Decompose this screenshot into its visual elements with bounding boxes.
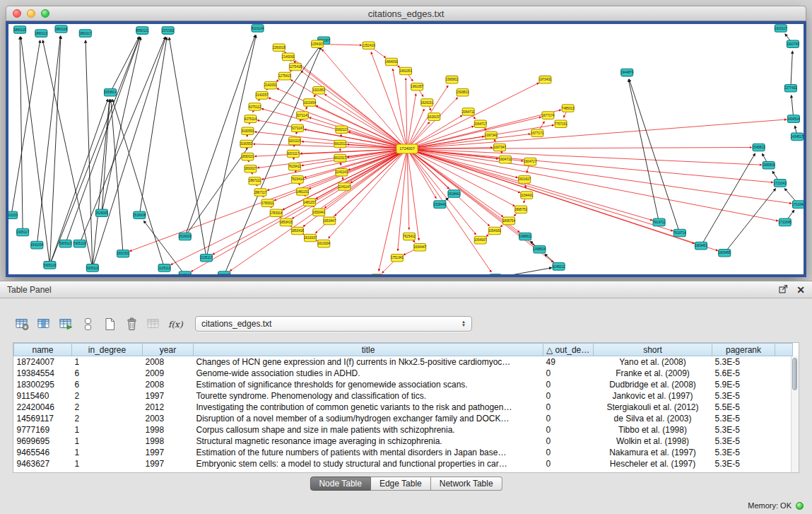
graph-node[interactable]: 1619334: [317, 240, 330, 247]
graph-node[interactable]: 1944879: [620, 69, 633, 76]
select-columns-icon[interactable]: [35, 315, 54, 334]
graph-node[interactable]: 5905116: [73, 240, 86, 247]
graph-node[interactable]: 1097347: [493, 144, 506, 151]
table-row[interactable]: 911546021997Tourette syndrome. Phenomeno…: [14, 390, 793, 402]
column-header-out_de[interactable]: △ out_de…: [543, 344, 594, 356]
graph-node[interactable]: 9201115: [288, 137, 301, 145]
graph-node[interactable]: 2526005: [95, 209, 108, 217]
table-scrollbar[interactable]: [791, 356, 799, 472]
graph-node[interactable]: 1595813: [753, 144, 765, 151]
graph-node[interactable]: 3271147: [291, 124, 304, 132]
graph-node[interactable]: 1572302: [162, 27, 175, 35]
graph-node[interactable]: 1910743: [787, 40, 799, 48]
graph-node[interactable]: 1601627: [518, 176, 531, 184]
graph-node[interactable]: 1909452: [695, 242, 707, 250]
graph-node[interactable]: 2135116: [179, 271, 192, 274]
graph-node[interactable]: 7623414: [291, 176, 304, 184]
float-panel-icon[interactable]: [779, 284, 788, 296]
graph-node[interactable]: 3190551: [241, 127, 254, 135]
graph-node[interactable]: 1595816: [763, 161, 775, 169]
column-header-year[interactable]: year: [143, 344, 194, 356]
graph-node[interactable]: 1097341: [485, 132, 498, 139]
graph-node[interactable]: 2867111: [249, 177, 261, 185]
scrollbar-thumb[interactable]: [792, 358, 797, 390]
graph-node[interactable]: 1481151: [296, 188, 309, 196]
graph-node[interactable]: 1751341: [391, 255, 404, 262]
graph-node[interactable]: 1921651: [312, 87, 325, 95]
table-row[interactable]: 977716911998Corpus callosum shape and si…: [14, 424, 793, 436]
graph-node[interactable]: 2142057: [256, 92, 269, 100]
graph-node[interactable]: 1901153: [8, 211, 18, 219]
graph-node[interactable]: 1275415: [278, 72, 291, 80]
graph-node[interactable]: 1895751: [514, 206, 527, 214]
graph-node[interactable]: 1634447: [413, 243, 426, 251]
zoom-window-button[interactable]: [41, 9, 49, 18]
graph-node[interactable]: 1602331: [117, 250, 129, 257]
graph-node[interactable]: 2135113: [158, 264, 171, 272]
graph-node[interactable]: 2064717: [474, 120, 487, 128]
minimize-window-button[interactable]: [27, 9, 35, 18]
graph-node[interactable]: 1830027: [244, 165, 257, 173]
graph-node[interactable]: 1783314: [270, 209, 283, 217]
graph-node[interactable]: 1961051: [399, 67, 412, 75]
graph-node[interactable]: 1973431: [539, 76, 551, 83]
table-row[interactable]: 946554611997Estimation of the future num…: [14, 447, 793, 458]
graph-node[interactable]: 1604711: [499, 156, 512, 163]
graph-node[interactable]: 2142051: [264, 81, 277, 89]
graph-node[interactable]: 1724007: [396, 144, 418, 153]
graph-node[interactable]: 1853418: [291, 227, 304, 235]
table-row[interactable]: 1938455462009Genome-wide association stu…: [14, 368, 793, 379]
graph-node[interactable]: 1054931: [488, 227, 501, 235]
graph-node[interactable]: 2241141: [336, 168, 348, 176]
graph-node[interactable]: 2140091: [282, 53, 295, 61]
graph-node[interactable]: 2867117: [254, 189, 267, 197]
graph-node[interactable]: 1860113: [35, 30, 47, 37]
table-settings-icon[interactable]: [13, 315, 32, 334]
graph-node[interactable]: 1860117: [79, 30, 92, 37]
graph-node[interactable]: 2526008: [133, 211, 146, 219]
graph-node[interactable]: 1275418: [289, 63, 302, 71]
graph-node[interactable]: 3271141: [296, 112, 309, 119]
graph-node[interactable]: 2992117: [336, 126, 348, 134]
table-row[interactable]: 1830029562008Estimation of significance …: [14, 379, 793, 390]
graph-node[interactable]: 1252419: [363, 42, 375, 49]
graph-node[interactable]: 2260018: [273, 44, 286, 52]
graph-node[interactable]: 9245012: [553, 263, 565, 271]
delete-table-icon[interactable]: [122, 315, 141, 334]
graph-node[interactable]: 9201117: [287, 150, 300, 158]
column-header-title[interactable]: title: [194, 344, 543, 356]
graph-node[interactable]: 4275112: [249, 103, 261, 111]
graph-node[interactable]: 1626157: [428, 113, 440, 121]
graph-node[interactable]: 1653441: [312, 209, 325, 216]
graph-node[interactable]: 8560121: [136, 27, 148, 35]
graph-node[interactable]: 7623411: [288, 163, 301, 170]
column-header-pagerank[interactable]: pagerank: [712, 344, 775, 356]
graph-node[interactable]: 1154491: [520, 192, 533, 199]
graph-node[interactable]: 7919714: [673, 229, 686, 237]
tab-network-table[interactable]: Network Table: [431, 477, 502, 491]
graph-node[interactable]: 1961057: [411, 83, 423, 90]
graph-node[interactable]: 2526009: [179, 233, 192, 240]
graph-node[interactable]: 1653447: [323, 217, 336, 225]
column-header-short[interactable]: short: [594, 344, 712, 356]
graph-node[interactable]: 1677171: [531, 129, 543, 137]
table-selector-dropdown[interactable]: citations_edges.txt ▲▼: [195, 316, 472, 332]
window-titlebar[interactable]: citations_edges.txt: [6, 6, 806, 21]
graph-node[interactable]: 1619337: [304, 234, 317, 242]
new-column-icon[interactable]: [57, 315, 76, 334]
close-window-button[interactable]: [13, 9, 21, 18]
table-row[interactable]: 2242004622012Investigating the contribut…: [14, 402, 793, 413]
graph-node[interactable]: 2241147: [339, 183, 351, 191]
graph-node[interactable]: 1068614: [533, 245, 546, 253]
graph-node[interactable]: 1710348: [792, 201, 804, 209]
close-panel-icon[interactable]: ✕: [796, 285, 805, 295]
graph-node[interactable]: 1595811: [446, 76, 459, 83]
graph-node[interactable]: 1853415: [280, 218, 293, 226]
graph-node[interactable]: 1830021: [241, 153, 254, 160]
graph-node[interactable]: 7625411: [403, 233, 416, 240]
graph-node[interactable]: 1677174: [541, 112, 554, 119]
graph-node[interactable]: 9911517: [334, 154, 347, 162]
graph-node[interactable]: 1915117: [775, 25, 787, 33]
graph-node[interactable]: 1710345: [779, 218, 792, 226]
tab-node-table[interactable]: Node Table: [310, 477, 371, 491]
